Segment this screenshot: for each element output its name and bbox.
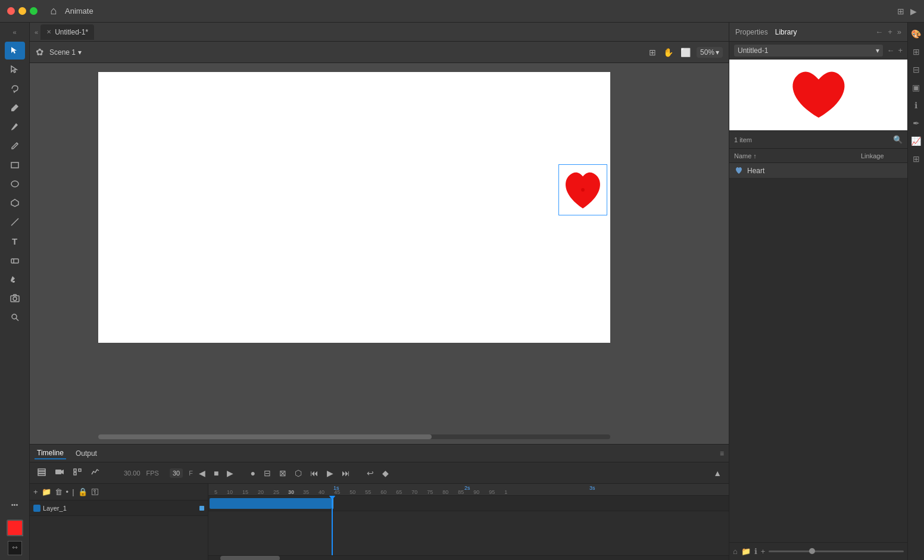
loop-icon[interactable]: ⬡ — [292, 467, 304, 479]
output-tab[interactable]: Output — [73, 448, 99, 459]
lock-icon[interactable]: 🔒 — [78, 487, 88, 496]
library-item-row[interactable]: Heart — [729, 163, 907, 179]
frame-value[interactable]: 30 — [170, 468, 183, 478]
dot-icon[interactable]: • — [66, 487, 69, 496]
ruler-tick-70: 70 — [407, 489, 422, 495]
add-layer-icon[interactable]: + — [33, 487, 38, 496]
canvas-scrollbar-thumb[interactable] — [98, 434, 432, 439]
paint-palette-icon[interactable]: 🎨 — [909, 27, 923, 40]
chart-icon[interactable]: 📈 — [909, 134, 923, 148]
swap-colors-icon[interactable] — [8, 541, 22, 555]
play-icon[interactable]: ▶ — [910, 7, 917, 16]
align-icon[interactable]: ⊟ — [911, 63, 922, 76]
library-item-name: Heart — [747, 167, 764, 175]
eraser-tool-button[interactable] — [5, 251, 25, 269]
scene-dropdown[interactable]: Scene 1 ▾ — [49, 48, 82, 57]
timeline-scrollbar-thumb[interactable] — [220, 556, 280, 560]
graph-icon[interactable] — [88, 466, 102, 480]
more-tools-button[interactable]: ••• — [5, 496, 25, 514]
ruler-tick-15: 15 — [238, 489, 253, 495]
zoom-slider-thumb[interactable] — [809, 548, 815, 554]
next-keyframe-icon[interactable]: ▶ — [224, 467, 236, 479]
prev-keyframe-icon[interactable]: ◀ — [196, 467, 208, 479]
library-search-icon[interactable]: 🔍 — [893, 135, 903, 144]
library-dropdown[interactable]: Untitled-1 ▾ — [734, 45, 883, 57]
footer-add-icon[interactable]: + — [761, 547, 766, 556]
stop-icon[interactable]: ■ — [211, 467, 221, 479]
layers-icon[interactable] — [35, 466, 49, 480]
heart-object[interactable] — [558, 164, 607, 215]
camera-record-icon[interactable] — [52, 466, 67, 480]
snap-grid-icon[interactable]: ⊞ — [648, 46, 657, 58]
lasso-tool-button[interactable] — [5, 80, 25, 98]
snap-icon[interactable]: ⊞ — [911, 45, 922, 58]
info-icon[interactable]: ℹ — [913, 99, 919, 112]
panel-expand-right-icon[interactable]: » — [897, 27, 901, 36]
text-tool-button[interactable]: T — [5, 232, 25, 250]
footer-folder-icon[interactable]: 📁 — [741, 547, 751, 556]
footer-info-icon[interactable]: ℹ — [754, 547, 757, 556]
tab-close-icon[interactable]: ✕ — [46, 29, 51, 35]
panel-icon[interactable]: ▣ — [910, 81, 922, 94]
document-tab[interactable]: ✕ Untitled-1* — [40, 24, 94, 40]
pen-tool-button[interactable] — [5, 99, 25, 117]
wrap-icon[interactable]: ⊠ — [277, 467, 289, 479]
fill-color[interactable] — [7, 520, 23, 536]
library-import-icon[interactable]: ← — [886, 46, 894, 55]
diamond-icon[interactable]: ◆ — [380, 467, 391, 479]
brush-style-icon[interactable]: ✒ — [911, 117, 922, 130]
link-icon[interactable]: | — [72, 487, 74, 496]
collapse-panel-icon[interactable]: « — [35, 29, 38, 36]
panel-expand-left-icon[interactable]: ← — [875, 27, 883, 36]
add-folder-icon[interactable]: 📁 — [42, 487, 51, 496]
select-tool-button[interactable] — [5, 42, 25, 60]
library-item-icon — [734, 166, 744, 176]
subselect-tool-button[interactable] — [5, 61, 25, 79]
pencil-tool-button[interactable] — [5, 137, 25, 155]
code-icon[interactable]: ⊞ — [911, 152, 922, 165]
footer-home-icon[interactable]: ⌂ — [733, 547, 738, 556]
onion-skin-icon[interactable]: ● — [248, 467, 257, 479]
rewind-icon[interactable]: ⏮ — [308, 467, 321, 479]
hand-tool-icon[interactable]: ✋ — [662, 46, 675, 58]
title-bar-right: ⊞ ▶ — [897, 7, 917, 16]
zoom-control[interactable]: 50% ▾ — [697, 47, 723, 58]
zoom-slider[interactable] — [769, 550, 904, 552]
timeline-tab[interactable]: Timeline — [35, 448, 66, 459]
maximize-button[interactable] — [30, 7, 38, 15]
camera-icon[interactable]: ⬜ — [679, 46, 692, 58]
play-ctrl-icon[interactable]: ▶ — [324, 467, 336, 479]
rectangle-tool-button[interactable] — [5, 156, 25, 174]
panel-add-icon[interactable]: + — [888, 27, 892, 36]
minimize-button[interactable] — [18, 7, 26, 15]
library-linkage-column: Linkage — [861, 152, 903, 159]
visibility-icon[interactable]: ⚿ — [91, 487, 99, 496]
paint-bucket-tool-button[interactable] — [5, 270, 25, 288]
settings-icon[interactable] — [70, 466, 85, 480]
color-swatch-wrapper[interactable] — [5, 518, 24, 537]
toolbar-collapse-icon[interactable]: « — [10, 26, 18, 38]
polygon-tool-button[interactable] — [5, 194, 25, 212]
close-button[interactable] — [7, 7, 15, 15]
fast-forward-icon[interactable]: ⏭ — [339, 467, 352, 479]
timeline-menu-icon[interactable]: ≡ — [720, 449, 724, 458]
distribute-icon[interactable]: ⊟ — [261, 467, 273, 479]
brush-tool-button[interactable] — [5, 118, 25, 136]
undo-icon[interactable]: ↩ — [364, 467, 376, 479]
line-tool-button[interactable] — [5, 213, 25, 231]
layer-row[interactable]: Layer_1 — [30, 500, 208, 516]
camera-tool-button[interactable] — [5, 289, 25, 307]
library-new-icon[interactable]: + — [898, 46, 903, 55]
properties-tab[interactable]: Properties — [735, 28, 768, 36]
canvas-scrollbar[interactable] — [98, 434, 610, 439]
delete-layer-icon[interactable]: 🗑 — [55, 487, 63, 496]
fps-value: 30.00 — [124, 470, 141, 477]
playhead[interactable] — [332, 496, 333, 555]
oval-tool-button[interactable] — [5, 175, 25, 193]
mountain-icon[interactable]: ▲ — [711, 467, 724, 479]
timeline-scrollbar[interactable] — [208, 555, 729, 560]
zoom-tool-button[interactable] — [5, 308, 25, 326]
grid-view-icon[interactable]: ⊞ — [897, 7, 904, 16]
zoom-chevron: ▾ — [716, 48, 719, 57]
library-tab[interactable]: Library — [775, 28, 797, 36]
